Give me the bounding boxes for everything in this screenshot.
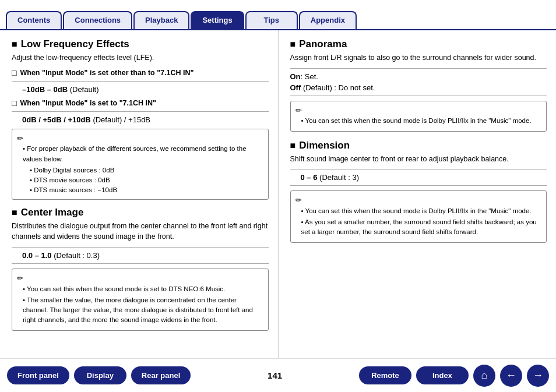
dimension-title: Dimension bbox=[290, 140, 547, 151]
tab-connections[interactable]: Connections bbox=[63, 11, 132, 29]
panorama-on: On: Set. bbox=[290, 72, 547, 81]
lfe-item2-label: When "Input Mode" is set to "7.1CH IN" bbox=[12, 98, 269, 108]
bottom-right-buttons: Remote Index ⌂ ← → bbox=[359, 365, 549, 387]
tab-navigation: Contents Connections Playback Settings T… bbox=[0, 0, 556, 30]
page-number: 141 bbox=[268, 370, 282, 380]
tab-settings[interactable]: Settings bbox=[191, 11, 244, 29]
center-image-section: Center Image Distributes the dialogue ou… bbox=[12, 207, 269, 331]
forward-button[interactable]: → bbox=[527, 365, 549, 387]
index-button[interactable]: Index bbox=[416, 366, 469, 384]
pencil-icon-lfe bbox=[17, 135, 26, 142]
tab-playback[interactable]: Playback bbox=[133, 11, 189, 29]
remote-button[interactable]: Remote bbox=[359, 366, 411, 384]
rear-panel-button[interactable]: Rear panel bbox=[131, 366, 191, 384]
dimension-note-item2: As you set a smaller number, the surroun… bbox=[301, 217, 542, 238]
dimension-section: Dimension Shift sound image center to fr… bbox=[290, 140, 547, 243]
lfe-note-item3: DTS music sources : −10dB bbox=[30, 185, 263, 195]
lfe-item1: When "Input Mode" is set other than to "… bbox=[12, 68, 269, 94]
panorama-off: Off (Default) : Do not set. bbox=[290, 83, 547, 92]
lfe-item2-value: 0dB / +5dB / +10dB (Default) / +15dB bbox=[22, 115, 269, 124]
lfe-title: Low Frequency Effects bbox=[12, 38, 269, 50]
pencil-icon-panorama bbox=[295, 107, 304, 114]
dimension-desc: Shift sound image center to front or rea… bbox=[290, 154, 547, 165]
lfe-note-main: For proper playback of the different sou… bbox=[23, 144, 263, 164]
pencil-icon-center bbox=[17, 275, 26, 282]
lfe-item2: When "Input Mode" is set to "7.1CH IN" 0… bbox=[12, 98, 269, 124]
pencil-icon-dimension bbox=[295, 197, 304, 204]
bottom-left-buttons: Front panel Display Rear panel bbox=[7, 366, 191, 384]
display-button[interactable]: Display bbox=[74, 366, 126, 384]
left-column: Low Frequency Effects Adjust the low-fre… bbox=[0, 30, 279, 358]
tab-tips[interactable]: Tips bbox=[245, 11, 298, 29]
dimension-note-item1: You can set this when the sound mode is … bbox=[301, 206, 542, 216]
bottom-navigation: Front panel Display Rear panel 141 Remot… bbox=[0, 358, 556, 392]
panorama-title: Panorama bbox=[290, 38, 547, 50]
panorama-section: Panorama Assign front L/R signals to als… bbox=[290, 38, 547, 132]
lfe-item1-value: –10dB – 0dB (Default) bbox=[22, 85, 269, 94]
lfe-desc: Adjust the low-frequency effects level (… bbox=[12, 52, 269, 63]
tab-appendix[interactable]: Appendix bbox=[299, 11, 357, 29]
panorama-note: You can set this when the sound mode is … bbox=[290, 101, 547, 132]
front-panel-button[interactable]: Front panel bbox=[7, 366, 69, 384]
center-image-desc: Distributes the dialogue output from the… bbox=[12, 221, 269, 243]
main-content: Low Frequency Effects Adjust the low-fre… bbox=[0, 30, 556, 358]
tab-contents[interactable]: Contents bbox=[6, 11, 62, 29]
panorama-desc: Assign front L/R signals to also go to t… bbox=[290, 52, 547, 63]
dimension-note: You can set this when the sound mode is … bbox=[290, 190, 547, 242]
back-button[interactable]: ← bbox=[500, 365, 522, 387]
lfe-note-item1: Dolby Digital sources : 0dB bbox=[30, 165, 263, 175]
dimension-value: 0 – 6 (Default : 3) bbox=[301, 173, 547, 182]
home-button[interactable]: ⌂ bbox=[473, 365, 495, 387]
center-note-item1: You can set this when the sound mode is … bbox=[23, 284, 263, 294]
center-image-value: 0.0 – 1.0 (Default : 0.3) bbox=[22, 251, 269, 260]
lfe-note-item2: DTS movie sources : 0dB bbox=[30, 175, 263, 185]
right-column: Panorama Assign front L/R signals to als… bbox=[279, 30, 557, 358]
lfe-item1-label: When "Input Mode" is set other than to "… bbox=[12, 68, 269, 77]
center-image-title: Center Image bbox=[12, 207, 269, 218]
lfe-note: For proper playback of the different sou… bbox=[12, 129, 269, 200]
center-note-item2: The smaller the value, the more dialogue… bbox=[23, 295, 263, 326]
panorama-note-item1: You can set this when the sound mode is … bbox=[301, 116, 542, 126]
center-image-note: You can set this when the sound mode is … bbox=[12, 269, 269, 331]
lfe-section: Low Frequency Effects Adjust the low-fre… bbox=[12, 38, 269, 200]
